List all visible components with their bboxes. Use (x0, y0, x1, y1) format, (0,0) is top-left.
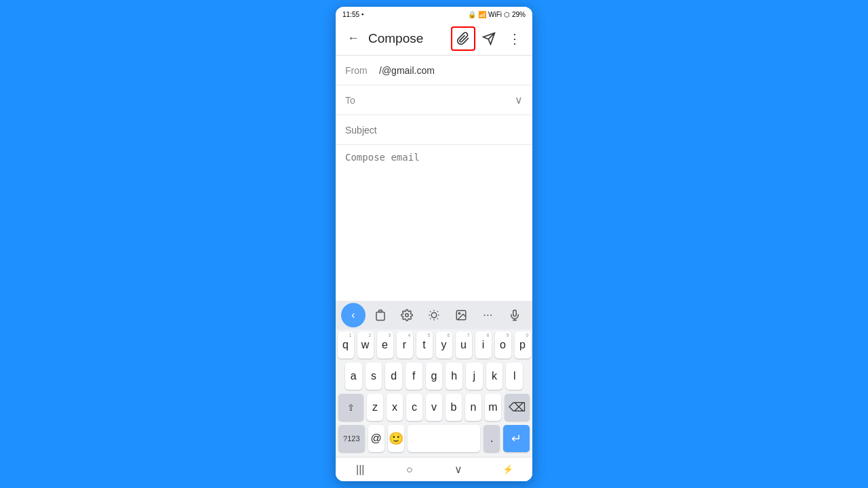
kb-image-button[interactable] (449, 303, 473, 327)
key-numbers[interactable]: ?123 (338, 425, 365, 452)
from-value: /@gmail.com (379, 65, 523, 76)
key-o[interactable]: 9o (495, 331, 511, 359)
key-h[interactable]: h (446, 363, 462, 390)
key-l[interactable]: l (506, 363, 523, 390)
kb-mic-button[interactable] (502, 303, 527, 327)
from-label: From (345, 65, 379, 76)
key-j[interactable]: j (466, 363, 483, 390)
key-k[interactable]: k (486, 363, 503, 390)
key-z[interactable]: z (367, 394, 383, 421)
svg-rect-3 (376, 312, 384, 321)
key-f[interactable]: f (406, 363, 422, 390)
key-at[interactable]: @ (368, 425, 384, 452)
kb-theme-button[interactable] (422, 303, 446, 327)
keyboard-row-2: a s d f g h j k l (336, 361, 532, 392)
nav-recents-button[interactable]: ⚡ (494, 460, 521, 480)
send-button[interactable] (477, 26, 501, 51)
key-q[interactable]: 1q (338, 331, 354, 359)
svg-point-7 (458, 312, 460, 314)
key-w[interactable]: 2w (357, 331, 374, 359)
key-v[interactable]: v (426, 394, 442, 421)
key-x[interactable]: x (387, 394, 403, 421)
body-input[interactable] (345, 152, 523, 294)
svg-point-5 (431, 312, 437, 318)
key-p[interactable]: 0p (515, 331, 531, 359)
keyboard-row-1: 1q 2w 3e 4r 5t 6y 7u 8i 9o 0p (336, 329, 532, 361)
toolbar-actions: ⋮ (451, 26, 527, 51)
kb-clipboard-button[interactable] (368, 303, 393, 327)
key-space[interactable] (408, 425, 481, 452)
subject-input[interactable] (345, 125, 523, 136)
key-shift[interactable]: ⇧ (338, 394, 363, 421)
key-g[interactable]: g (426, 363, 443, 390)
keyboard: ‹ (336, 301, 532, 457)
key-b[interactable]: b (446, 394, 462, 421)
more-button[interactable]: ⋮ (502, 26, 527, 51)
to-input[interactable] (379, 95, 515, 106)
to-row[interactable]: To ∨ (336, 85, 532, 115)
keyboard-row-4: ?123 @ 🙂 . ↵ (336, 423, 532, 454)
svg-point-4 (406, 314, 409, 317)
compose-form: From /@gmail.com To ∨ (336, 56, 532, 301)
svg-rect-8 (513, 310, 517, 317)
page-title: Compose (368, 31, 451, 46)
status-time: 11:55 ▪ (342, 11, 363, 18)
key-c[interactable]: c (406, 394, 422, 421)
nav-bar: ||| ○ ∨ ⚡ (336, 457, 532, 481)
key-s[interactable]: s (366, 363, 382, 390)
key-backspace[interactable]: ⌫ (505, 394, 530, 421)
kb-more-button[interactable]: ··· (475, 303, 500, 327)
body-area[interactable] (336, 145, 532, 301)
key-r[interactable]: 4r (397, 331, 413, 359)
nav-menu-button[interactable]: ||| (347, 460, 374, 480)
key-u[interactable]: 7u (456, 331, 472, 359)
key-i[interactable]: 8i (475, 331, 492, 359)
nav-back-button[interactable]: ∨ (445, 460, 472, 480)
key-t[interactable]: 5t (416, 331, 433, 359)
keyboard-toolbar: ‹ (336, 301, 532, 329)
from-row: From /@gmail.com (336, 56, 532, 85)
key-d[interactable]: d (385, 363, 402, 390)
key-e[interactable]: 3e (377, 331, 393, 359)
kb-settings-button[interactable] (395, 303, 419, 327)
key-n[interactable]: n (465, 394, 481, 421)
subject-row[interactable] (336, 115, 532, 145)
to-expand-icon[interactable]: ∨ (515, 94, 523, 106)
phone-container: 11:55 ▪ 🔒 📶 WiFi ⬡ 29% ← Compose (336, 7, 532, 481)
key-enter[interactable]: ↵ (503, 425, 530, 452)
key-emoji[interactable]: 🙂 (388, 425, 404, 452)
toolbar: ← Compose ⋮ (336, 22, 532, 56)
key-period[interactable]: . (484, 425, 500, 452)
attach-button[interactable] (451, 26, 475, 51)
nav-home-button[interactable]: ○ (396, 460, 423, 480)
keyboard-row-3: ⇧ z x c v b n m ⌫ (336, 392, 532, 423)
kb-collapse-button[interactable]: ‹ (341, 303, 366, 327)
key-y[interactable]: 6y (436, 331, 452, 359)
status-icons: 🔒 📶 WiFi ⬡ 29% (468, 11, 526, 18)
status-bar: 11:55 ▪ 🔒 📶 WiFi ⬡ 29% (336, 7, 532, 22)
key-a[interactable]: a (345, 363, 362, 390)
back-button[interactable]: ← (341, 26, 366, 51)
to-label: To (345, 95, 379, 106)
key-m[interactable]: m (485, 394, 501, 421)
